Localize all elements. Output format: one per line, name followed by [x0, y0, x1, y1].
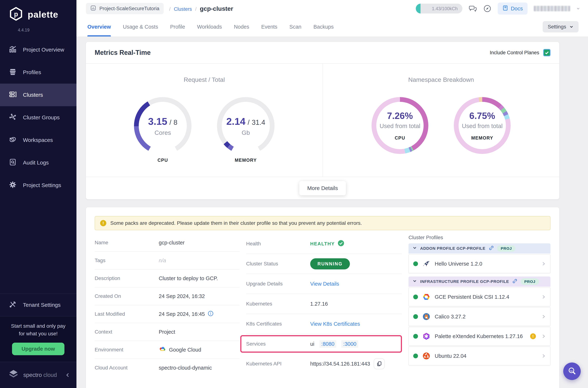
tab-scan[interactable]: Scan: [290, 17, 301, 36]
sidebar-item-clusters[interactable]: Clusters: [0, 84, 76, 106]
include-control-planes-checkbox[interactable]: [543, 49, 550, 56]
brand-wordmark: palette: [28, 9, 58, 20]
app-version: 4.4.19: [9, 23, 76, 33]
cluster-status-column: Health HEALTHY Cluster Status RUNNING Up…: [246, 234, 402, 377]
cpu-donut-label: CPU: [395, 135, 405, 141]
breadcrumb-separator: /: [169, 6, 171, 12]
last-modified-value: 24 Sep 2024, 16:45: [159, 311, 205, 317]
tab-profile[interactable]: Profile: [170, 17, 185, 36]
sidebar-item-profiles[interactable]: Profiles: [0, 61, 76, 84]
detail-row-cloud-account: Cloud Account spectro-cloud-dynamic: [95, 359, 240, 377]
info-icon[interactable]: [208, 311, 214, 318]
proj-scope-badge: PROJ: [497, 245, 516, 252]
pack-status-dot: [413, 261, 418, 266]
view-details-link[interactable]: View Details: [310, 281, 339, 287]
feedback-chat-icon[interactable]: [469, 4, 477, 13]
view-k8s-certificates-link[interactable]: View K8s Certificates: [310, 321, 360, 327]
namespace-breakdown-title: Namespace Breakdown: [323, 76, 559, 83]
tab-usage-costs[interactable]: Usage & Costs: [123, 17, 158, 36]
detail-row-kubernetes-api: Kubernetes API https://34.54.126.181:443: [246, 354, 402, 374]
ubuntu-icon: [422, 352, 431, 360]
usage-quota-pill[interactable]: 1.43/100kCh: [416, 4, 462, 13]
molecule-icon: [9, 113, 17, 122]
cluster-profiles-title: Cluster Profiles: [408, 235, 550, 241]
tab-overview[interactable]: Overview: [87, 17, 111, 36]
pack-row-hello-universe[interactable]: Hello Universe 1.2.0: [408, 254, 550, 273]
user-name-redacted[interactable]: [534, 6, 570, 11]
pack-warning-icon: !: [530, 333, 536, 339]
cluster-tabs: Overview Usage & Costs Profile Workloads…: [76, 17, 588, 36]
pack-status-dot: [413, 294, 418, 299]
topbar: Project-ScaleSecureTutoria / Clusters / …: [76, 0, 588, 17]
service-port-8080-link[interactable]: :8080: [319, 340, 337, 348]
pack-name: Calico 3.27.2: [435, 314, 466, 320]
detail-row-k8s-certificates: K8s Certificates View K8s Certificates: [246, 314, 402, 334]
infrastructure-profile-name: INFRASTRUCTURE PROFILE GCP-PROFILE: [420, 279, 509, 284]
pack-row-gce-persistent-disk[interactable]: GCE Persistent Disk CSI 1.12.4: [408, 288, 550, 306]
addon-profile-header[interactable]: ADDON PROFILE GCP-PROFILE PROJ: [408, 243, 550, 254]
docs-button[interactable]: Docs: [498, 2, 528, 15]
help-search-fab[interactable]: [563, 363, 581, 380]
project-overview-icon: [9, 45, 17, 54]
docs-label: Docs: [511, 6, 523, 12]
footer-brand: spectro cloud: [23, 372, 57, 378]
more-details-button[interactable]: More Details: [299, 181, 346, 195]
brand: p palette 4.4.19: [0, 0, 76, 33]
cpu-unit: Cores: [155, 129, 171, 136]
cpu-namespace-donut: 7.26% Used from total CPU: [372, 97, 428, 154]
pack-row-ubuntu[interactable]: Ubuntu 22.04: [408, 346, 550, 365]
pack-name: Ubuntu 22.04: [435, 353, 466, 359]
pack-row-calico[interactable]: Calico 3.27.2: [408, 307, 550, 326]
chevron-right-icon: [542, 262, 546, 266]
orbit-icon: [9, 136, 17, 145]
tab-workloads[interactable]: Workloads: [197, 17, 222, 36]
request-total-panel: Request / Total 3.15 / 8: [86, 64, 323, 177]
sidebar-item-cluster-groups[interactable]: Cluster Groups: [0, 106, 76, 129]
upsell-line2: for what you use!: [5, 330, 71, 338]
sidebar-item-workspaces[interactable]: Workspaces: [0, 129, 76, 151]
memory-used-caption: Used from total: [462, 122, 503, 129]
sidebar-item-project-overview[interactable]: Project Overview: [0, 38, 76, 61]
service-port-3000-link[interactable]: :3000: [341, 340, 358, 348]
request-total-title: Request / Total: [86, 76, 323, 83]
cluster-details-column: Name gcp-cluster Tags n/a Description Cl…: [95, 234, 240, 377]
breadcrumb-clusters-link[interactable]: Clusters: [174, 6, 192, 12]
sidebar-item-label: Cluster Groups: [23, 114, 60, 121]
sidebar-item-audit-logs[interactable]: Audit Logs: [0, 151, 76, 174]
include-control-planes-label: Include Control Planes: [490, 50, 539, 56]
pack-row-palette-extended-kubernetes[interactable]: Palette eXtended Kubernetes 1.27.16 !: [408, 327, 550, 346]
infrastructure-profile-header[interactable]: INFRASTRUCTURE PROFILE GCP-PROFILE PROJ: [408, 276, 550, 287]
link-icon[interactable]: [489, 245, 494, 252]
project-chart-icon: [90, 5, 96, 12]
collapse-sidebar-icon[interactable]: [66, 373, 70, 377]
spectro-cloud-logo: [8, 369, 19, 381]
tab-events[interactable]: Events: [261, 17, 277, 36]
cpu-total-value: 8: [174, 119, 177, 126]
cpu-used-caption: Used from total: [380, 122, 420, 129]
chevron-down-icon: [412, 246, 417, 251]
addon-profile-name: ADDON PROFILE GCP-PROFILE: [420, 246, 486, 251]
detail-row-cluster-status: Cluster Status RUNNING: [246, 254, 402, 274]
pack-status-dot: [413, 354, 418, 358]
calico-icon: [422, 312, 431, 321]
context-value: Project: [159, 329, 175, 335]
pxk-icon: [422, 332, 431, 341]
pack-status-dot: [413, 334, 418, 339]
link-icon[interactable]: [512, 279, 517, 285]
settings-button[interactable]: Settings: [543, 21, 579, 32]
sidebar-item-label: Profiles: [23, 69, 41, 75]
sidebar-item-project-settings[interactable]: Project Settings: [0, 174, 76, 196]
user-menu-chevron-icon[interactable]: [576, 7, 580, 10]
chevron-right-icon: [542, 354, 546, 358]
compass-icon[interactable]: [483, 4, 492, 13]
layers-icon: [9, 68, 17, 77]
tab-nodes[interactable]: Nodes: [234, 17, 249, 36]
upgrade-now-button[interactable]: Upgrade now: [12, 343, 65, 355]
chevron-right-icon: [542, 295, 546, 299]
health-status-value: HEALTHY: [310, 241, 335, 247]
sidebar-item-tenant-settings[interactable]: Tenant Settings: [0, 293, 76, 316]
tab-backups[interactable]: Backups: [314, 17, 334, 36]
sidebar-item-label: Project Settings: [23, 182, 61, 188]
project-selector-chip[interactable]: Project-ScaleSecureTutoria: [86, 3, 164, 14]
copy-api-url-button[interactable]: [374, 358, 385, 369]
